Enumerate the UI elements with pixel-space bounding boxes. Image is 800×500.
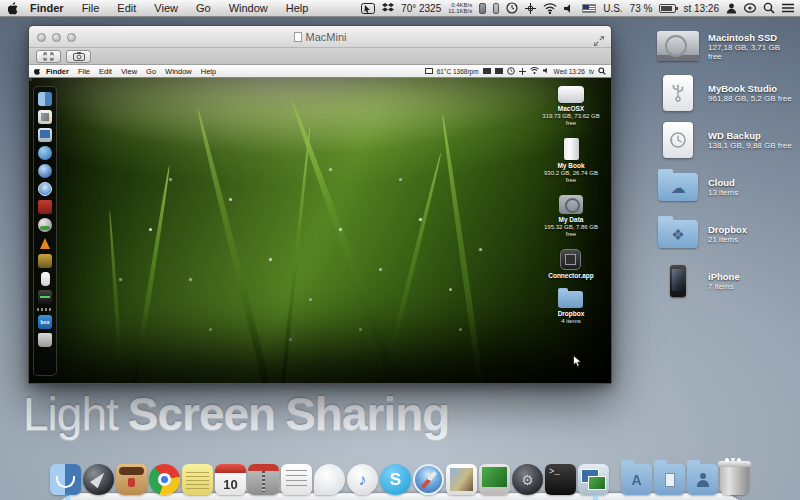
- remote-icon-macosx[interactable]: MacOSX 319.73 GB, 73.62 GB free: [541, 86, 601, 127]
- desktop-icon-wd-backup[interactable]: WD Backup 138,1 GB, 9,88 GB free: [656, 121, 796, 159]
- remote-menu-file[interactable]: File: [74, 67, 94, 76]
- remote-dock-vlc-icon[interactable]: [38, 236, 52, 250]
- dock-terminal-icon[interactable]: >_: [545, 464, 576, 495]
- dock-itunes-icon[interactable]: ♪: [347, 464, 378, 495]
- remote-dock-remote-icon[interactable]: [41, 272, 50, 286]
- menu-go[interactable]: Go: [188, 2, 219, 14]
- volume-icon[interactable]: [564, 3, 575, 14]
- network-speed[interactable]: 0.4KB/s 11.1KB/s: [448, 2, 472, 14]
- user-icon[interactable]: [726, 3, 737, 14]
- remote-dock-eyetv-icon[interactable]: [38, 218, 52, 232]
- dock-trash-icon[interactable]: [720, 464, 749, 495]
- dock-textedit-icon[interactable]: [281, 464, 312, 495]
- battery-icon[interactable]: [659, 4, 676, 13]
- remote-icon-dropbox[interactable]: Dropbox 4 items: [558, 291, 585, 325]
- remote-dock-transmit-icon[interactable]: [38, 254, 52, 268]
- battery-percent-label[interactable]: 73 %: [630, 3, 653, 14]
- remote-menu-go[interactable]: Go: [142, 67, 160, 76]
- remote-dock-itunes-icon[interactable]: [38, 146, 52, 160]
- remote-dock-box-icon[interactable]: box: [38, 315, 52, 329]
- spotlight-icon[interactable]: [763, 2, 775, 14]
- remote-dock-network-icon[interactable]: [38, 164, 52, 178]
- wifi-icon[interactable]: [543, 3, 557, 14]
- dock-utilities-gear-icon[interactable]: ⚙: [512, 464, 543, 495]
- remote-clock-icon[interactable]: [507, 67, 515, 76]
- dock-applications-folder-icon[interactable]: A: [621, 464, 652, 495]
- remote-crosshair-icon[interactable]: [519, 68, 526, 75]
- window-titlebar[interactable]: MacMini: [29, 26, 611, 48]
- dock-stickies-icon[interactable]: [182, 464, 213, 495]
- dock-finder-icon[interactable]: [50, 464, 81, 495]
- dock-calendar-icon[interactable]: 10: [215, 464, 246, 495]
- remote-keyboard-icon[interactable]: [483, 68, 491, 74]
- fullscreen-arrows-icon[interactable]: [594, 32, 604, 50]
- menu-file[interactable]: File: [74, 2, 108, 14]
- scale-screen-button[interactable]: [36, 50, 61, 63]
- desktop-icon-macintosh-ssd[interactable]: Macintosh SSD 127,18 GB, 3,71 GB free: [656, 27, 796, 65]
- remote-dock-preview-icon[interactable]: [38, 110, 52, 124]
- remote-icon-mybook[interactable]: My Book 930.2 GB, 26.74 GB free: [541, 138, 601, 184]
- apple-menu-icon[interactable]: [6, 2, 20, 15]
- close-button[interactable]: [37, 33, 46, 42]
- dock-archive-utility-icon[interactable]: [248, 464, 279, 495]
- menu-help[interactable]: Help: [278, 2, 317, 14]
- remote-display-icon[interactable]: [425, 68, 433, 74]
- desktop-icon-cloud[interactable]: ☁ Cloud 13 items: [656, 168, 796, 206]
- dock-users-folder-icon[interactable]: [687, 464, 718, 495]
- input-source-label[interactable]: U.S.: [603, 3, 622, 14]
- screenshot-camera-button[interactable]: [66, 50, 91, 63]
- time-machine-icon[interactable]: [506, 2, 518, 14]
- dock-launcher-icon[interactable]: [83, 464, 114, 495]
- phone-battery-icon[interactable]: [493, 3, 499, 14]
- screen-sharing-status-icon[interactable]: [361, 3, 375, 14]
- remote-tv-label[interactable]: tv: [589, 68, 594, 75]
- remote-clock-label[interactable]: Wed 13:26: [554, 68, 585, 75]
- remote-dock-activity-monitor-icon[interactable]: [38, 290, 52, 304]
- remote-menu-view[interactable]: View: [117, 67, 141, 76]
- istat-temp-fan[interactable]: 70° 2325: [401, 3, 441, 14]
- remote-wifi-icon[interactable]: [530, 67, 539, 75]
- mybook-drive-icon: [564, 138, 579, 160]
- remote-dock-displays-icon[interactable]: [38, 128, 52, 142]
- remote-dock-frontrow-icon[interactable]: [38, 200, 52, 214]
- remote-spotlight-icon[interactable]: [598, 67, 606, 76]
- remote-dock-trash-icon[interactable]: [38, 333, 52, 347]
- dock-preview-icon[interactable]: [446, 464, 477, 495]
- dock-safari-icon[interactable]: [413, 464, 444, 495]
- device-battery-icon[interactable]: [479, 3, 486, 14]
- remote-icon-connector[interactable]: Connector.app: [548, 249, 594, 280]
- dropbox-status-icon[interactable]: [382, 3, 394, 14]
- remote-menu-help[interactable]: Help: [197, 67, 220, 76]
- dock-skype-icon[interactable]: S: [380, 464, 411, 495]
- remote-menu-finder[interactable]: Finder: [42, 67, 73, 76]
- dock-messages-icon[interactable]: [314, 464, 345, 495]
- desktop-icon-iphone[interactable]: iPhone 7 items: [656, 262, 796, 300]
- remote-monitor-icon[interactable]: [495, 68, 503, 74]
- menu-edit[interactable]: Edit: [109, 2, 144, 14]
- remote-volume-icon[interactable]: [543, 67, 550, 75]
- remote-apple-menu-icon[interactable]: [34, 67, 41, 75]
- clock-label[interactable]: st 13:26: [683, 3, 719, 14]
- menu-view[interactable]: View: [146, 2, 186, 14]
- desktop-icon-dropbox[interactable]: ❖ Dropbox 21 items: [656, 215, 796, 253]
- zoom-button[interactable]: [67, 33, 76, 42]
- location-crosshair-icon[interactable]: [525, 3, 536, 14]
- notification-center-icon[interactable]: [782, 3, 794, 13]
- remote-dock-finder-icon[interactable]: [38, 92, 52, 106]
- desktop-icon-mybook-studio[interactable]: MyBook Studio 961,88 GB, 5,2 GB free: [656, 74, 796, 112]
- dock-documents-folder-icon[interactable]: [654, 464, 685, 495]
- minimize-button[interactable]: [52, 33, 61, 42]
- fast-user-switch-icon[interactable]: [744, 3, 756, 13]
- dock-remote-desktop-icon[interactable]: [479, 464, 510, 495]
- menu-finder[interactable]: Finder: [22, 2, 72, 14]
- dock-screen-sharing-icon[interactable]: [578, 464, 609, 495]
- remote-sensors-label[interactable]: 61°C 1368rpm: [437, 68, 479, 75]
- dock-coffee-app-icon[interactable]: [116, 464, 147, 495]
- dock-chrome-icon[interactable]: [149, 464, 180, 495]
- remote-icon-mydata[interactable]: My Data 195.32 GB, 7.86 GB free: [541, 195, 601, 238]
- menu-window[interactable]: Window: [221, 2, 276, 14]
- remote-menu-edit[interactable]: Edit: [95, 67, 116, 76]
- remote-dock-safari-icon[interactable]: [38, 182, 52, 196]
- remote-menu-window[interactable]: Window: [161, 67, 196, 76]
- input-source-flag-icon[interactable]: [582, 4, 596, 13]
